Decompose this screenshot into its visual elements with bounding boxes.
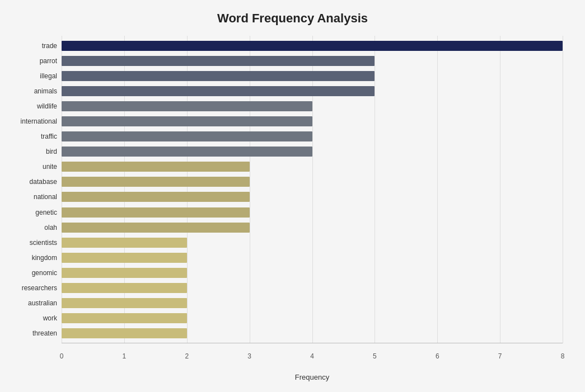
bar-row: australian xyxy=(62,297,563,309)
x-tick: 4 xyxy=(310,352,314,360)
bar xyxy=(62,71,375,81)
chart-title: Word Frequency Analysis xyxy=(22,11,563,26)
bar-row: work xyxy=(62,312,563,324)
bar xyxy=(62,268,187,278)
bar xyxy=(62,238,187,248)
bar-label: illegal xyxy=(0,72,57,80)
bar-label: unite xyxy=(0,163,57,171)
bar-row: parrot xyxy=(62,55,563,67)
bar-row: national xyxy=(62,191,563,203)
bar-label: australian xyxy=(0,299,57,307)
bar-row: threaten xyxy=(62,327,563,339)
bar-row: trade xyxy=(62,40,563,52)
bar-label: national xyxy=(0,193,57,201)
bar-row: bird xyxy=(62,145,563,158)
chart-area: tradeparrotillegalanimalswildlifeinterna… xyxy=(62,36,563,360)
x-tick: 7 xyxy=(498,352,502,360)
bar-row: unite xyxy=(62,160,563,173)
bar-label: bird xyxy=(0,148,57,155)
bar-label: work xyxy=(0,314,57,322)
chart-container: Word Frequency Analysis tradeparrotilleg… xyxy=(0,0,585,392)
bar-label: trade xyxy=(0,42,57,50)
bar-label: parrot xyxy=(0,57,57,65)
bar-label: wildlife xyxy=(0,102,57,110)
x-axis-label: Frequency xyxy=(295,373,329,381)
bar-row: illegal xyxy=(62,70,563,82)
bar-label: traffic xyxy=(0,133,57,140)
bar-row: olah xyxy=(62,221,563,234)
bar xyxy=(62,223,250,233)
x-tick: 2 xyxy=(185,352,189,360)
x-axis: Frequency 012345678 xyxy=(62,343,563,360)
bar-row: database xyxy=(62,176,563,188)
bar-label: genomic xyxy=(0,269,57,277)
bar xyxy=(62,283,187,293)
bar-label: international xyxy=(0,117,57,125)
bar xyxy=(62,177,250,187)
bars-area: tradeparrotillegalanimalswildlifeinterna… xyxy=(62,36,563,343)
bar-label: animals xyxy=(0,87,57,95)
bar-row: researchers xyxy=(62,282,563,294)
x-tick: 0 xyxy=(60,352,64,360)
x-tick: 6 xyxy=(436,352,439,360)
x-tick: 1 xyxy=(123,352,127,360)
x-tick: 8 xyxy=(561,352,565,360)
x-tick: 3 xyxy=(247,352,251,360)
bar xyxy=(62,313,187,323)
bar-row: scientists xyxy=(62,237,563,249)
bar xyxy=(62,101,312,111)
bar-row: animals xyxy=(62,85,563,97)
bar xyxy=(62,116,312,126)
bar-row: kingdom xyxy=(62,252,563,264)
bar-row: genetic xyxy=(62,206,563,219)
grid-line xyxy=(563,36,563,343)
bar xyxy=(62,192,250,202)
bar xyxy=(62,328,187,338)
bar xyxy=(62,253,187,263)
bar xyxy=(62,131,312,141)
bar-label: genetic xyxy=(0,209,57,216)
bar xyxy=(62,298,187,308)
bar-label: researchers xyxy=(0,284,57,292)
bar-label: kingdom xyxy=(0,254,57,262)
bar xyxy=(62,86,375,96)
x-tick: 5 xyxy=(373,352,377,360)
bar-label: database xyxy=(0,178,57,186)
bar-label: threaten xyxy=(0,329,57,337)
bar-row: wildlife xyxy=(62,100,563,112)
bar xyxy=(62,162,250,172)
bar-row: genomic xyxy=(62,267,563,279)
bar xyxy=(62,41,563,51)
bar-row: traffic xyxy=(62,130,563,143)
bar-label: olah xyxy=(0,224,57,232)
bar xyxy=(62,147,312,157)
bar-label: scientists xyxy=(0,239,57,247)
bar xyxy=(62,56,375,66)
bar xyxy=(62,207,250,218)
bar-row: international xyxy=(62,115,563,127)
